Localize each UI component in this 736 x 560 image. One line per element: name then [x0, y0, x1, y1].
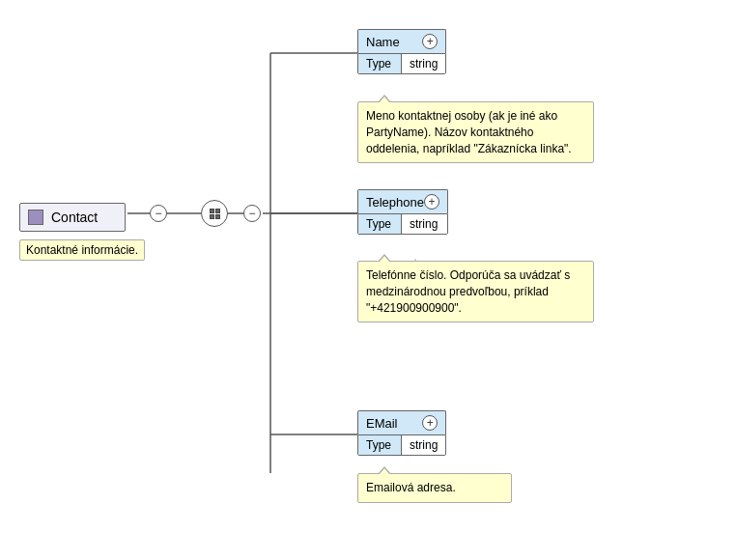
- field-node-email: EMail + Type string: [357, 410, 446, 456]
- minus-circle-1[interactable]: −: [150, 205, 167, 222]
- email-type-row: Type string: [357, 434, 446, 456]
- contact-icon: [28, 210, 43, 225]
- contact-tooltip: Kontaktné informácie.: [19, 239, 145, 261]
- telephone-plus-button[interactable]: +: [424, 194, 439, 210]
- field-header-email: EMail +: [357, 410, 446, 434]
- name-title: Name: [366, 35, 400, 49]
- email-description: Emailová adresa.: [357, 473, 512, 503]
- diagram-container: Contact Kontaktné informácie. − − Name +…: [0, 0, 736, 560]
- field-node-telephone: Telephone + Type string: [357, 189, 448, 235]
- name-plus-button[interactable]: +: [422, 34, 438, 49]
- contact-label: Contact: [51, 210, 98, 225]
- name-type-row: Type string: [357, 53, 446, 74]
- name-type-label: Type: [358, 54, 402, 73]
- telephone-type-row: Type string: [357, 213, 448, 235]
- grid-icon: [210, 209, 220, 219]
- contact-box: Contact: [19, 203, 126, 232]
- name-type-value: string: [402, 54, 445, 73]
- telephone-description: Telefónne číslo. Odporúča sa uvádzať s m…: [357, 261, 594, 322]
- email-type-label: Type: [358, 435, 402, 455]
- expand-circle[interactable]: [201, 200, 228, 227]
- email-type-value: string: [402, 435, 445, 455]
- field-node-name: Name + Type string: [357, 29, 446, 74]
- field-header-name: Name +: [357, 29, 446, 53]
- telephone-type-label: Type: [358, 214, 402, 234]
- telephone-type-value: string: [402, 214, 447, 234]
- name-description: Meno kontaktnej osoby (ak je iné ako Par…: [357, 101, 594, 163]
- email-title: EMail: [366, 416, 398, 431]
- minus-circle-2[interactable]: −: [243, 205, 261, 222]
- contact-node: Contact Kontaktné informácie.: [19, 203, 126, 232]
- field-header-telephone: Telephone +: [357, 189, 448, 213]
- email-plus-button[interactable]: +: [422, 415, 438, 431]
- telephone-title: Telephone: [366, 195, 424, 210]
